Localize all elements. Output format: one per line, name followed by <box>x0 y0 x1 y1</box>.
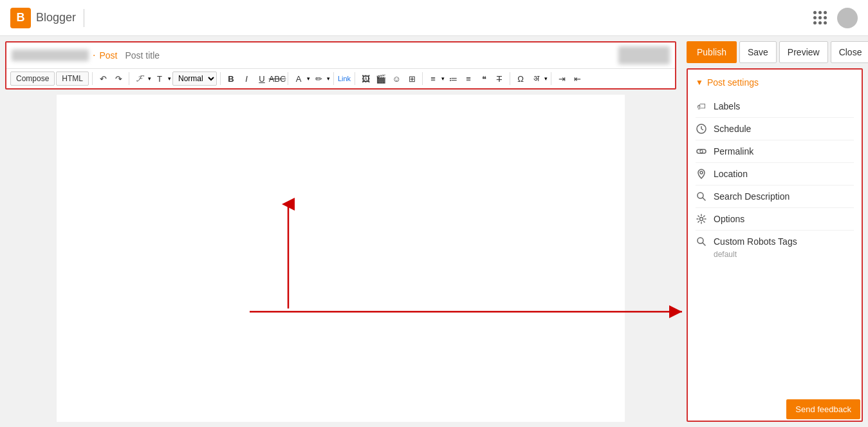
separator-8 <box>510 72 510 85</box>
separator-9 <box>551 72 551 85</box>
strikethrough-icon[interactable]: ABC <box>270 71 284 86</box>
svg-line-12 <box>703 243 705 245</box>
post-dot: · <box>93 50 95 61</box>
author-avatar <box>618 46 670 64</box>
separator-6 <box>355 72 355 85</box>
font-style-icon[interactable]: 𝓕 <box>133 71 147 86</box>
arrow-right-indicator <box>250 305 687 321</box>
post-title-row: · Post <box>6 43 675 69</box>
editor-area: · Post Compose HTML ↶ ↷ 𝓕 ▾ T ▾ N <box>0 36 681 427</box>
underline-icon[interactable]: U <box>255 71 269 86</box>
custom-robots-icon <box>696 236 707 247</box>
align-icon[interactable]: ≡ <box>426 71 440 86</box>
separator-5 <box>333 72 334 85</box>
align-arrow[interactable]: ▾ <box>441 75 445 82</box>
redo-icon[interactable]: ↷ <box>111 71 125 86</box>
separator-1 <box>92 72 93 85</box>
bold-icon[interactable]: B <box>224 71 238 86</box>
devanagari-icon[interactable]: अ <box>529 71 543 86</box>
right-sidebar: Publish Save Preview Close ▼ Post settin… <box>681 36 868 427</box>
labels-label: Labels <box>714 101 740 111</box>
special-char-icon[interactable]: Ω <box>513 71 528 86</box>
editor-toolbar: Compose HTML ↶ ↷ 𝓕 ▾ T ▾ Normal Small La… <box>6 69 675 88</box>
italic-icon[interactable]: I <box>239 71 254 86</box>
action-buttons: Publish Save Preview Close <box>687 41 863 63</box>
send-feedback-button[interactable]: Send feedback <box>786 399 860 419</box>
settings-item-search-description[interactable]: Search Description <box>696 185 854 208</box>
settings-item-permalink[interactable]: Permalink <box>696 140 854 163</box>
paragraph-style-select[interactable]: Normal Small Large Huge <box>172 71 217 86</box>
unordered-list-icon[interactable]: ≡ <box>461 71 476 86</box>
nav-divider <box>84 9 84 27</box>
save-button[interactable]: Save <box>739 41 777 63</box>
labels-icon: 🏷 <box>696 100 707 112</box>
location-icon <box>696 168 707 180</box>
publish-button[interactable]: Publish <box>687 41 737 63</box>
lang-arrow[interactable]: ▾ <box>544 75 548 82</box>
highlight-arrow[interactable]: ▾ <box>327 75 330 82</box>
permalink-icon <box>696 146 707 157</box>
custom-robots-label: Custom Robots Tags <box>714 236 797 247</box>
writing-canvas <box>5 90 676 422</box>
text-color-icon[interactable]: A <box>291 71 306 86</box>
close-button[interactable]: Close <box>831 41 868 63</box>
main-layout: · Post Compose HTML ↶ ↷ 𝓕 ▾ T ▾ N <box>0 36 868 427</box>
highlight-icon[interactable]: ✏ <box>311 71 326 86</box>
custom-robots-sub: default <box>696 250 854 261</box>
svg-line-6 <box>701 129 703 130</box>
separator-7 <box>422 72 423 85</box>
font-style-arrow[interactable]: ▾ <box>148 75 151 82</box>
compose-button[interactable]: Compose <box>10 71 55 86</box>
settings-item-location[interactable]: Location <box>696 163 854 185</box>
post-settings-panel: ▼ Post settings 🏷 Labels Schedule <box>687 68 863 422</box>
settings-item-labels[interactable]: 🏷 Labels <box>696 95 854 118</box>
svg-point-7 <box>700 171 703 174</box>
separator-2 <box>129 72 129 85</box>
link-icon[interactable]: Link <box>337 71 351 86</box>
post-settings-title: ▼ Post settings <box>696 77 854 88</box>
text-color-arrow[interactable]: ▾ <box>307 75 310 82</box>
location-label: Location <box>714 169 748 179</box>
post-label-blur <box>12 50 89 61</box>
svg-line-9 <box>703 198 705 200</box>
separator-3 <box>220 72 221 85</box>
font-size-arrow[interactable]: ▾ <box>168 75 171 82</box>
insert-special-icon[interactable]: ⊞ <box>405 71 419 86</box>
font-size-icon[interactable]: T <box>152 71 167 86</box>
remove-format-icon[interactable]: T̶ <box>492 71 506 86</box>
preview-button[interactable]: Preview <box>779 41 828 63</box>
search-description-label: Search Description <box>714 191 790 202</box>
settings-item-custom-robots[interactable]: Custom Robots Tags <box>696 231 854 252</box>
insert-video-icon[interactable]: 🎬 <box>374 71 388 86</box>
editor-toolbar-container: · Post Compose HTML ↶ ↷ 𝓕 ▾ T ▾ N <box>5 41 676 90</box>
undo-icon[interactable]: ↶ <box>96 71 110 86</box>
arrow-up-indicator <box>282 199 295 318</box>
insert-emoji-icon[interactable]: ☺ <box>389 71 403 86</box>
schedule-icon <box>696 123 707 135</box>
insert-image-icon[interactable]: 🖼 <box>358 71 373 86</box>
svg-point-10 <box>700 218 703 221</box>
apps-menu-icon[interactable] <box>813 11 827 24</box>
settings-item-schedule[interactable]: Schedule <box>696 118 854 140</box>
settings-item-options[interactable]: Options <box>696 208 854 231</box>
top-navigation: B Blogger <box>0 0 868 36</box>
rtl-icon[interactable]: ⇤ <box>570 71 584 86</box>
settings-collapse-icon[interactable]: ▼ <box>696 78 703 87</box>
options-label: Options <box>714 214 744 224</box>
html-button[interactable]: HTML <box>56 71 89 86</box>
post-label-area: · Post <box>12 50 117 61</box>
schedule-label: Schedule <box>714 124 751 134</box>
options-icon <box>696 213 707 225</box>
post-title-input[interactable] <box>122 49 613 62</box>
app-title: Blogger <box>36 11 76 24</box>
post-label: Post <box>99 50 117 61</box>
blockquote-icon[interactable]: ❝ <box>477 71 491 86</box>
search-description-icon <box>696 191 707 202</box>
ordered-list-icon[interactable]: ≔ <box>446 71 460 86</box>
user-avatar[interactable] <box>837 8 858 28</box>
separator-4 <box>288 72 288 85</box>
post-content-area[interactable] <box>57 95 625 422</box>
permalink-label: Permalink <box>714 146 753 157</box>
blogger-logo: B <box>10 8 31 28</box>
ltr-icon[interactable]: ⇥ <box>555 71 569 86</box>
